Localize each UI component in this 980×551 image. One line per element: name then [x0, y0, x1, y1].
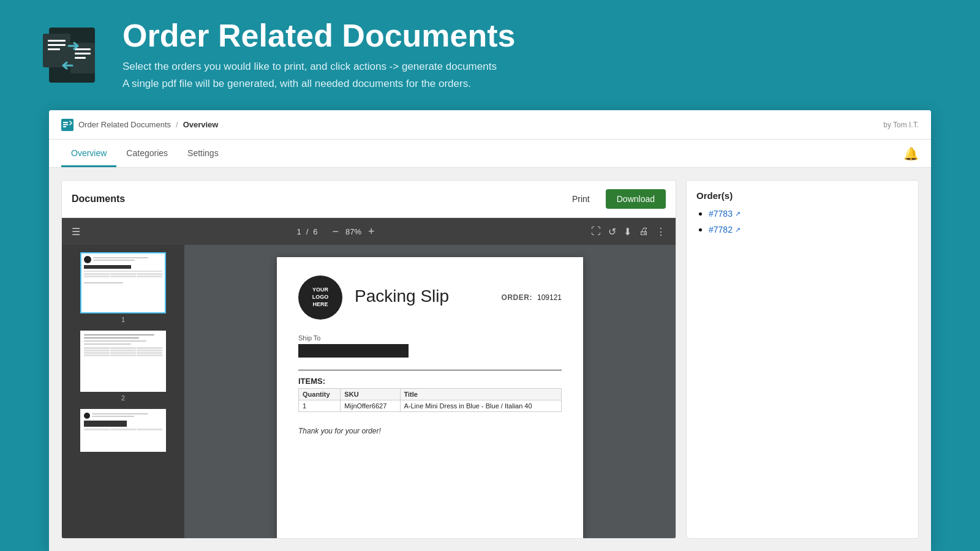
svg-rect-7: [75, 53, 91, 54]
by-label: by Tom I.T.: [883, 121, 919, 129]
zoom-out-button[interactable]: −: [333, 225, 339, 238]
zoom-value: 87%: [342, 227, 364, 236]
bell-icon[interactable]: 🔔: [903, 146, 919, 161]
table-cell: 1: [299, 400, 341, 412]
thumb-num-1: 1: [121, 316, 125, 323]
order-7782[interactable]: #7782↗: [709, 225, 741, 234]
svg-rect-3: [48, 44, 66, 46]
pdf-thumb-img-2[interactable]: [80, 331, 166, 392]
documents-title: Documents: [72, 193, 125, 204]
svg-rect-2: [48, 40, 66, 42]
orders-list: #7783↗#7782↗: [696, 208, 908, 235]
rotate-icon[interactable]: ↺: [608, 226, 616, 238]
breadcrumb: Order Related Documents / Overview: [61, 119, 218, 131]
download-button[interactable]: Download: [606, 189, 666, 209]
pdf-content-area: 1: [62, 245, 676, 538]
table-row: 1MijnOffer6627A-Line Mini Dress in Blue …: [299, 400, 562, 412]
print-button[interactable]: Print: [566, 190, 596, 208]
order-value: 109121: [537, 293, 562, 302]
more-options-icon[interactable]: ⋮: [656, 226, 666, 238]
ship-to-bar: [298, 344, 409, 358]
pdf-toolbar: ☰ 1 / 6 − 87% + ⛶ ↺ ⬇: [62, 218, 676, 245]
col-title: Title: [400, 389, 562, 400]
svg-rect-8: [75, 57, 86, 59]
order-7783[interactable]: #7783↗: [709, 209, 741, 219]
app-header: Order Related Documents / Overview by To…: [49, 110, 931, 140]
documents-actions: Print Download: [566, 189, 666, 209]
pdf-thumb-3[interactable]: [69, 409, 177, 452]
external-link-icon: ↗: [735, 226, 741, 234]
tab-list: Overview Categories Settings: [61, 141, 228, 167]
app-container: Order Related Documents / Overview by To…: [49, 110, 931, 551]
svg-rect-10: [63, 122, 68, 123]
divider-top: [298, 370, 562, 370]
table-cell: MijnOffer6627: [341, 400, 400, 412]
packing-slip-order: ORDER: 109121: [502, 293, 562, 302]
app-small-icon: [61, 119, 74, 131]
pdf-page-info: 1 / 6 − 87% +: [296, 225, 374, 238]
external-link-icon: ↗: [735, 210, 741, 218]
packing-slip-title-section: Packing Slip: [355, 287, 489, 309]
pdf-thumb-2[interactable]: 2: [69, 331, 177, 402]
col-quantity: Quantity: [299, 389, 341, 400]
svg-rect-4: [48, 48, 60, 50]
pdf-toolbar-right: ⛶ ↺ ⬇ 🖨 ⋮: [591, 226, 666, 238]
hero-title: Order Related Documents: [123, 18, 516, 53]
breadcrumb-separator: /: [176, 120, 178, 129]
pdf-viewer: ☰ 1 / 6 − 87% + ⛶ ↺ ⬇: [62, 218, 676, 538]
pdf-thumb-img-1[interactable]: [80, 252, 166, 313]
download-pdf-icon[interactable]: ⬇: [624, 226, 631, 238]
pdf-zoom-info: − 87% +: [333, 225, 375, 238]
tab-overview[interactable]: Overview: [61, 141, 116, 167]
pdf-thumb-1[interactable]: 1: [69, 252, 177, 323]
hero-description: Select the orders you would like to prin…: [123, 58, 516, 91]
tab-categories[interactable]: Categories: [116, 141, 178, 167]
fit-page-icon[interactable]: ⛶: [591, 226, 601, 237]
order-label: ORDER:: [502, 293, 532, 302]
items-table: Quantity SKU Title 1MijnOffer6627A-Line …: [298, 388, 562, 412]
thank-you: Thank you for your order!: [298, 427, 562, 435]
hero-section: Order Related Documents Select the order…: [0, 0, 980, 110]
print-pdf-icon[interactable]: 🖨: [639, 226, 649, 237]
pdf-total-pages: 6: [313, 227, 317, 236]
pdf-thumbnails: 1: [62, 245, 184, 538]
items-label: ITEMS:: [298, 377, 562, 386]
list-item: #7782↗: [709, 224, 908, 235]
pdf-page-separator: /: [306, 227, 309, 236]
table-cell: A-Line Mini Dress in Blue - Blue / Itali…: [400, 400, 562, 412]
packing-slip-title: Packing Slip: [355, 287, 489, 306]
hero-icon: [37, 21, 104, 89]
svg-rect-12: [63, 126, 66, 127]
packing-slip-logo: YOUR LOGO HERE: [298, 276, 342, 320]
thumb-num-2: 2: [121, 394, 125, 402]
orders-panel: Order(s) #7783↗#7782↗: [686, 180, 919, 539]
tab-settings[interactable]: Settings: [178, 141, 228, 167]
col-sku: SKU: [341, 389, 400, 400]
ship-to-label: Ship To: [298, 334, 562, 342]
nav-tabs: Overview Categories Settings 🔔: [49, 140, 931, 168]
hero-text: Order Related Documents Select the order…: [123, 18, 516, 92]
pdf-page-view: YOUR LOGO HERE Packing Slip ORDER:: [184, 245, 676, 538]
orders-title: Order(s): [696, 190, 908, 201]
svg-rect-11: [63, 124, 68, 125]
documents-panel: Documents Print Download ☰ 1 / 6 −: [61, 180, 676, 539]
pdf-thumb-img-3[interactable]: [80, 409, 166, 452]
main-content: Documents Print Download ☰ 1 / 6 −: [49, 168, 931, 551]
packing-slip-header: YOUR LOGO HERE Packing Slip ORDER:: [298, 276, 562, 320]
svg-rect-6: [75, 48, 91, 50]
zoom-in-button[interactable]: +: [368, 225, 375, 238]
thumb-content-1: [81, 253, 165, 287]
documents-header: Documents Print Download: [62, 181, 676, 218]
hamburger-icon[interactable]: ☰: [72, 226, 80, 238]
pdf-page-doc: YOUR LOGO HERE Packing Slip ORDER:: [277, 257, 583, 538]
list-item: #7783↗: [709, 208, 908, 219]
table-header-row: Quantity SKU Title: [299, 389, 562, 400]
breadcrumb-app-name: Order Related Documents: [78, 120, 171, 129]
breadcrumb-current: Overview: [183, 120, 219, 129]
pdf-current-page: 1: [296, 227, 301, 236]
